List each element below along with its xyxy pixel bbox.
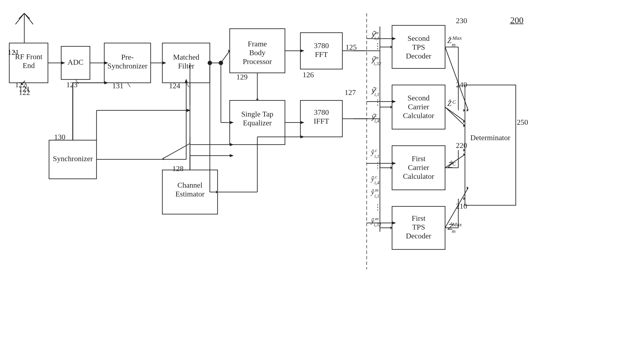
svg-text:Matched: Matched xyxy=(173,53,199,61)
svg-text:c: c xyxy=(375,86,377,91)
svg-text:Decoder: Decoder xyxy=(406,52,431,60)
svg-text:FFT: FFT xyxy=(315,50,328,58)
svg-text:End: End xyxy=(23,61,35,70)
svg-text:TPS: TPS xyxy=(412,43,425,51)
svg-text:i,1: i,1 xyxy=(374,35,379,41)
svg-text:124: 124 xyxy=(169,82,180,90)
svg-text:Processor: Processor xyxy=(243,58,272,66)
svg-text:m: m xyxy=(375,55,379,60)
svg-rect-20 xyxy=(465,85,516,205)
svg-text:RF Front: RF Front xyxy=(15,52,43,61)
svg-text:ADC: ADC xyxy=(68,58,84,66)
svg-text:Pre-: Pre- xyxy=(121,53,134,61)
svg-text:Max: Max xyxy=(452,222,462,227)
svg-text:129: 129 xyxy=(236,73,248,81)
svg-text:m: m xyxy=(375,216,379,222)
svg-text:Carrier: Carrier xyxy=(408,163,429,172)
svg-text:123: 123 xyxy=(66,80,78,89)
svg-text:Synchronizer: Synchronizer xyxy=(107,62,148,70)
svg-text:3780: 3780 xyxy=(314,108,329,116)
diagram-svg: RF Front End ADC Pre- Synchronizer Match… xyxy=(0,0,639,364)
svg-text:i,1: i,1 xyxy=(374,193,379,199)
svg-text:126: 126 xyxy=(303,71,314,79)
svg-text:IFFT: IFFT xyxy=(314,117,329,125)
svg-text:ŷ: ŷ xyxy=(370,188,374,196)
svg-line-56 xyxy=(162,144,190,159)
svg-line-183 xyxy=(445,107,465,126)
svg-text:Filter: Filter xyxy=(178,62,194,70)
svg-text:c: c xyxy=(375,148,377,153)
svg-line-5 xyxy=(24,13,30,19)
svg-text:Calculator: Calculator xyxy=(403,112,434,120)
svg-text:122: 122 xyxy=(15,80,26,89)
svg-text:First: First xyxy=(412,214,426,222)
svg-marker-197 xyxy=(230,154,234,157)
svg-text:m: m xyxy=(452,42,455,48)
svg-text:ŷ: ŷ xyxy=(370,174,374,182)
svg-text:Second: Second xyxy=(407,34,430,42)
svg-text:Body: Body xyxy=(249,48,266,57)
svg-text:128: 128 xyxy=(172,164,184,172)
svg-line-29 xyxy=(221,51,230,63)
svg-text:⋮: ⋮ xyxy=(374,98,381,106)
svg-text:Second: Second xyxy=(407,94,430,102)
svg-text:3780: 3780 xyxy=(314,42,329,50)
svg-line-206 xyxy=(128,83,130,87)
svg-text:121: 121 xyxy=(8,48,19,56)
svg-text:Decoder: Decoder xyxy=(406,232,431,240)
svg-text:131: 131 xyxy=(112,82,124,90)
svg-text:Frame: Frame xyxy=(248,40,267,48)
svg-text:Ž: Ž xyxy=(447,36,452,44)
svg-text:130: 130 xyxy=(54,133,65,141)
svg-text:Carrier: Carrier xyxy=(408,103,429,111)
svg-text:Estimator: Estimator xyxy=(175,190,205,198)
svg-text:Max: Max xyxy=(452,35,462,41)
svg-text:Channel: Channel xyxy=(177,181,202,189)
svg-text:125: 125 xyxy=(345,43,357,51)
svg-text:127: 127 xyxy=(345,88,356,96)
svg-text:⋮: ⋮ xyxy=(374,203,381,211)
svg-text:c: c xyxy=(375,174,377,180)
svg-text:Calculator: Calculator xyxy=(403,172,434,180)
svg-text:122: 122 xyxy=(19,88,30,96)
svg-text:C: C xyxy=(452,99,456,105)
svg-text:Equalizer: Equalizer xyxy=(243,119,272,127)
svg-text:i,1: i,1 xyxy=(374,154,379,159)
svg-text:First: First xyxy=(412,154,426,163)
svg-text:Ž: Ž xyxy=(447,99,452,108)
svg-text:230: 230 xyxy=(456,16,467,25)
svg-text:250: 250 xyxy=(517,118,528,126)
svg-text:Single Tap: Single Tap xyxy=(241,110,273,118)
svg-text:i,4: i,4 xyxy=(374,180,379,186)
svg-text:⋮: ⋮ xyxy=(374,42,381,50)
diagram-container: RF Front End ADC Pre- Synchronizer Match… xyxy=(0,0,639,364)
svg-line-69 xyxy=(445,107,465,122)
svg-text:Synchronizer: Synchronizer xyxy=(53,154,93,163)
svg-text:TPS: TPS xyxy=(412,223,425,231)
svg-text:m: m xyxy=(452,228,455,234)
svg-text:i,1: i,1 xyxy=(374,92,379,97)
svg-text:ŷ: ŷ xyxy=(370,148,374,156)
svg-text:m: m xyxy=(375,187,379,193)
svg-line-4 xyxy=(19,13,24,19)
svg-line-207 xyxy=(186,83,189,87)
svg-text:c: c xyxy=(375,112,377,118)
svg-text:220: 220 xyxy=(456,141,467,150)
svg-text:m: m xyxy=(375,30,379,35)
svg-text:Determinator: Determinator xyxy=(470,134,510,142)
